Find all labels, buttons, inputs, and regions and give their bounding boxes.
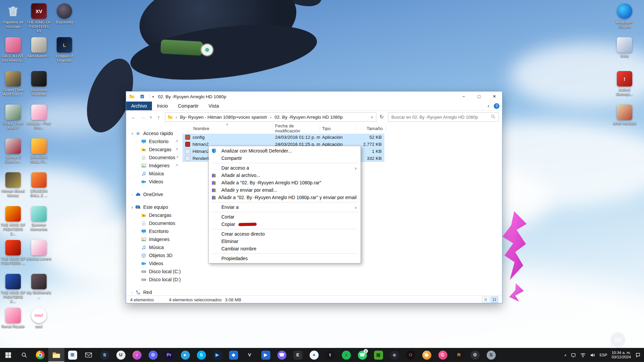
sidebar-item-disco-local-c[interactable]: Disco local (C:)	[126, 267, 182, 276]
address-dropdown-icon[interactable]: ∨	[368, 115, 376, 119]
tab-vista[interactable]: Vista	[204, 102, 224, 110]
show-hidden-icons-icon[interactable]: ∧	[564, 353, 567, 357]
desktop-icon-grand-theft-auto-v[interactable]: Grand Theft Auto V	[0, 105, 26, 130]
dark-app-taskbar-icon[interactable]: ◆	[386, 348, 402, 362]
breadcrumb-parent[interactable]: By- Ryuyen - Hitman 1080p+voces spanish	[177, 115, 270, 120]
sidebar-item-documentos[interactable]: Documentos	[126, 154, 182, 162]
whatsapp-taskbar-icon[interactable]: ☎2	[354, 348, 370, 362]
steam-taskbar-icon[interactable]: S	[97, 348, 113, 362]
file-explorer-taskbar-icon[interactable]	[48, 348, 64, 362]
up-button[interactable]: ↑	[155, 113, 163, 121]
orange-app-taskbar-icon[interactable]: ◉	[419, 348, 435, 362]
sidebar-item-im-genes[interactable]: Imágenes	[126, 162, 182, 170]
search-taskbar-icon[interactable]	[16, 348, 32, 362]
search-input[interactable]	[391, 115, 491, 120]
candy-app-taskbar-icon[interactable]: C	[435, 348, 451, 362]
tab-archivo[interactable]: Archivo	[126, 102, 152, 110]
sidebar-item-m-sica[interactable]: Música	[126, 170, 182, 178]
clock[interactable]: 10:34 a. m. 03/12/2024	[611, 351, 631, 360]
microsoft-store-taskbar-icon[interactable]: ⊞	[64, 348, 80, 362]
expander-chevron-icon[interactable]: ∨	[129, 205, 135, 209]
column-header-fecha[interactable]: Fecha de modificación	[273, 125, 320, 132]
steam-gray-taskbar-icon[interactable]: S	[483, 348, 499, 362]
file-row-config[interactable]: config24/03/2016 01:12 p. m.Aplicación52…	[182, 134, 384, 141]
desktop-icon-aokana-four-rhy[interactable]: Aokana - Four Rhy...	[26, 105, 52, 130]
title-bar[interactable]: ▾ 02. By -Ryuyen Arreglo HD 1080p − □ ×	[126, 92, 502, 102]
rockstar-taskbar-icon[interactable]: R	[451, 348, 467, 362]
start-taskbar-icon[interactable]	[0, 348, 16, 362]
column-header-tamano[interactable]: Tamaño	[356, 125, 386, 132]
desktop-icon-making-lovers[interactable]: Making Lovers	[26, 240, 52, 261]
desktop-icon-league-of-legends[interactable]: LLeague of Legends	[52, 37, 77, 63]
itunes-taskbar-icon[interactable]: ♪	[129, 348, 145, 362]
sidebar-item-acceso-r-pido[interactable]: ∨Acceso rápido	[126, 129, 182, 137]
language-indicator[interactable]: ESP	[599, 353, 607, 357]
desktop-icon-my-girlfriend-s[interactable]: My Girlfriend's ...	[26, 274, 52, 299]
desktop-icon-the-king-of-fighters-x[interactable]: THE KING OF FIGHTERS X...	[0, 274, 26, 304]
skype-taskbar-icon[interactable]: S	[193, 348, 209, 362]
context-menu-item-analizar-con-microsoft-defender[interactable]: Analizar con Microsoft Defender...	[209, 147, 361, 155]
desktop-icon-renai-royale[interactable]: Renai Royale	[0, 308, 26, 329]
desktop-icon-hitman-blood-money[interactable]: Hitman Blood Money	[0, 172, 26, 198]
sidebar-item-im-genes[interactable]: Imágenes	[126, 235, 182, 243]
breadcrumb-current[interactable]: 02. By -Ryuyen Arreglo HD 1080p	[271, 115, 345, 120]
sidebar-item-videos[interactable]: Videos	[126, 259, 182, 267]
context-menu-item-dar-acceso-a[interactable]: Dar acceso a›	[209, 164, 361, 172]
sidebar-item-objetos-3d[interactable]: Objetos 3D	[126, 251, 182, 259]
help-icon[interactable]: ?	[494, 103, 499, 109]
v-app-taskbar-icon[interactable]: V	[241, 348, 258, 362]
desktop-icon-action-gamepl[interactable]: !Action! Gamepl...	[612, 71, 637, 97]
t-app-taskbar-icon[interactable]: t	[322, 348, 338, 362]
desktop-icon-wallpaper-engine[interactable]: Wallpaper Engine	[612, 3, 637, 29]
column-header-nombre[interactable]: Nombre	[182, 125, 273, 132]
desktop-icon-date-a-live-rio-reinca[interactable]: DATE A LIVE Rio Reinca...	[0, 37, 26, 63]
search-box[interactable]	[388, 112, 499, 122]
forward-button[interactable]: →	[139, 113, 147, 121]
chrome-taskbar-icon[interactable]	[32, 348, 48, 362]
sidebar-item-disco-local-d[interactable]: Disco local (D:)	[126, 276, 182, 284]
expander-chevron-icon[interactable]: ›	[129, 291, 135, 294]
blue-app-taskbar-icon[interactable]: ◆	[225, 348, 241, 362]
sidebar-item-m-sica[interactable]: Música	[126, 243, 182, 251]
desktop-icon-dragon-ball-z[interactable]: DRAGON BALL Z ...	[26, 172, 52, 198]
sidebar-item-onedrive[interactable]: ›OneDrive	[126, 190, 182, 198]
minimize-button[interactable]: −	[456, 92, 471, 102]
sidebar-item-documentos[interactable]: Documentos	[126, 219, 182, 227]
viber-taskbar-icon[interactable]: ☎	[274, 348, 290, 362]
context-menu-item-a-adir-a-02-by-ryuyen-arreglo-hd-1080p-rar[interactable]: Añadir a "02. By -Ryuyen Arreglo HD 1080…	[209, 179, 361, 186]
context-menu-item-propiedades[interactable]: Propiedades	[209, 255, 361, 262]
desktop-icon-bayonetta[interactable]: Bayonetta	[52, 3, 77, 24]
context-menu-item-crear-acceso-directo[interactable]: Crear acceso directo	[209, 230, 361, 238]
tab-inicio[interactable]: Inicio	[152, 102, 173, 110]
desktop-icon-papelera-de-reciclaje[interactable]: Papelera de reciclaje	[0, 3, 26, 29]
ribbon-collapse-icon[interactable]: ∧	[487, 104, 490, 108]
context-menu-item-cortar[interactable]: Cortar	[209, 213, 361, 221]
maximize-button[interactable]: □	[471, 92, 487, 102]
desktop-icon-the-king-of-fighters-2[interactable]: THE KING OF FIGHTERS 2...	[0, 206, 26, 236]
desktop-icon-buckshot-roulette[interactable]: Buckshot Roulette	[26, 71, 52, 97]
sidebar-item-escritorio[interactable]: Escritorio	[126, 137, 182, 145]
qat-customize-dropdown-icon[interactable]: ▾	[152, 95, 154, 99]
desktop-icon-dragon-ball-fi[interactable]: DRAGON BALL Fi...	[26, 138, 52, 164]
column-header-tipo[interactable]: Tipo	[320, 125, 356, 132]
prime-video-taskbar-icon[interactable]: ▶	[209, 348, 225, 362]
search-icon[interactable]	[491, 114, 495, 120]
context-menu-item-a-adir-a-02-by-ryuyen-arreglo-hd-1080p-rar-y-enviar-por-email[interactable]: Añadir a "02. By -Ryuyen Arreglo HD 1080…	[209, 194, 361, 201]
sidebar-item-este-equipo[interactable]: ∨Este equipo	[126, 203, 182, 211]
spotify-taskbar-icon[interactable]: ♪	[338, 348, 354, 362]
expander-chevron-icon[interactable]: ∨	[129, 132, 135, 135]
sidebar-item-escritorio[interactable]: Escritorio	[126, 227, 182, 235]
gear-app-taskbar-icon[interactable]: ⚙	[467, 348, 483, 362]
opera-gx-taskbar-icon[interactable]: O	[402, 348, 419, 362]
expander-chevron-icon[interactable]: ›	[129, 193, 135, 196]
context-menu-item-enviar-a[interactable]: Enviar a›	[209, 203, 361, 211]
desktop-icon-arbol-navidad[interactable]: arbol navidad	[612, 105, 637, 126]
tab-compartir[interactable]: Compartir	[173, 102, 203, 110]
refresh-icon[interactable]: ↻	[377, 114, 386, 120]
telegram-taskbar-icon[interactable]: ▸	[177, 348, 193, 362]
context-menu-item-a-adir-al-archivo[interactable]: Añadir al archivo...	[209, 172, 361, 179]
context-menu-item-a-adir-y-enviar-por-email[interactable]: Añadir y enviar por email...	[209, 186, 361, 194]
sidebar-item-red[interactable]: ›Red	[126, 288, 182, 295]
desktop-icon-krita[interactable]: Krita	[612, 37, 637, 58]
volume-icon[interactable]	[590, 353, 595, 358]
